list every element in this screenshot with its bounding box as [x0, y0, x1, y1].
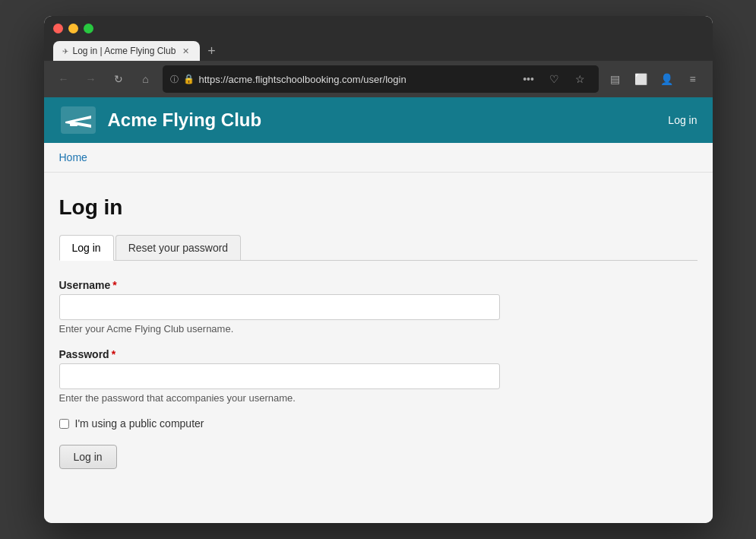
username-group: Username* Enter your Acme Flying Club us…	[59, 279, 697, 334]
new-tab-button[interactable]: +	[201, 41, 222, 61]
username-hint: Enter your Acme Flying Club username.	[59, 323, 697, 334]
home-button[interactable]: ⌂	[135, 68, 157, 90]
info-icon: ⓘ	[170, 74, 179, 85]
public-computer-checkbox[interactable]	[59, 419, 69, 429]
tab-login[interactable]: Log in	[59, 235, 114, 261]
password-hint: Enter the password that accompanies your…	[59, 392, 697, 404]
browser-chrome: ✈ Log in | Acme Flying Club ✕ +	[44, 16, 713, 61]
breadcrumb-home-link[interactable]: Home	[59, 151, 87, 163]
main-content: Log in Log in Reset your password Userna…	[44, 173, 713, 492]
synced-tabs-icon[interactable]: ⬜	[631, 68, 652, 90]
reload-button[interactable]: ↻	[108, 68, 129, 90]
password-input[interactable]	[59, 363, 500, 389]
password-label: Password*	[59, 348, 697, 360]
tab-title: Log in | Acme Flying Club	[73, 46, 176, 56]
breadcrumb-bar: Home	[44, 143, 713, 173]
site-title: Acme Flying Club	[108, 109, 262, 131]
menu-icon[interactable]: ≡	[682, 68, 704, 90]
public-computer-row: I'm using a public computer	[59, 417, 697, 430]
password-required-star: *	[112, 348, 115, 360]
url-text: https://acme.flightschoolbooking.com/use…	[199, 74, 514, 85]
page-content: Acme Flying Club Log in Home Log in Log …	[44, 97, 713, 523]
browser-tab-active[interactable]: ✈ Log in | Acme Flying Club ✕	[53, 41, 201, 61]
public-computer-label[interactable]: I'm using a public computer	[75, 417, 204, 430]
toolbar-right: ▤ ⬜ 👤 ≡	[605, 68, 704, 90]
username-label: Username*	[59, 279, 697, 291]
header-login-link[interactable]: Log in	[668, 114, 697, 126]
site-header: Acme Flying Club Log in	[44, 97, 713, 143]
site-header-left: Acme Flying Club	[59, 105, 262, 135]
password-group: Password* Enter the password that accomp…	[59, 348, 697, 404]
traffic-lights	[53, 24, 704, 33]
back-button[interactable]: ←	[53, 68, 74, 90]
tab-close-button[interactable]: ✕	[180, 46, 191, 56]
star-bookmark-icon[interactable]: ☆	[570, 68, 591, 90]
login-form: Username* Enter your Acme Flying Club us…	[59, 279, 697, 469]
browser-window: ✈ Log in | Acme Flying Club ✕ + ← → ↻ ⌂ …	[44, 16, 713, 523]
bookmark-heart-icon[interactable]: ♡	[544, 68, 565, 90]
address-bar[interactable]: ⓘ 🔒 https://acme.flightschoolbooking.com…	[163, 65, 599, 93]
username-input[interactable]	[59, 294, 500, 320]
svg-rect-2	[70, 123, 77, 126]
tab-bar: ✈ Log in | Acme Flying Club ✕ +	[53, 41, 704, 61]
site-logo-icon	[59, 105, 97, 135]
more-options-icon[interactable]: •••	[518, 68, 539, 90]
tab-favicon-icon: ✈	[62, 47, 68, 55]
maximize-window-button[interactable]	[84, 24, 93, 33]
library-icon[interactable]: ▤	[605, 68, 626, 90]
login-submit-button[interactable]: Log in	[59, 445, 117, 469]
browser-toolbar: ← → ↻ ⌂ ⓘ 🔒 https://acme.flightschoolboo…	[44, 61, 713, 97]
form-tabs: Log in Reset your password	[59, 235, 697, 261]
tab-reset-password[interactable]: Reset your password	[115, 235, 242, 260]
profile-icon[interactable]: 👤	[656, 68, 678, 90]
minimize-window-button[interactable]	[68, 24, 78, 33]
page-title: Log in	[59, 195, 697, 220]
close-window-button[interactable]	[53, 24, 63, 33]
username-required-star: *	[112, 279, 116, 291]
lock-icon: 🔒	[183, 74, 195, 84]
forward-button[interactable]: →	[81, 68, 102, 90]
